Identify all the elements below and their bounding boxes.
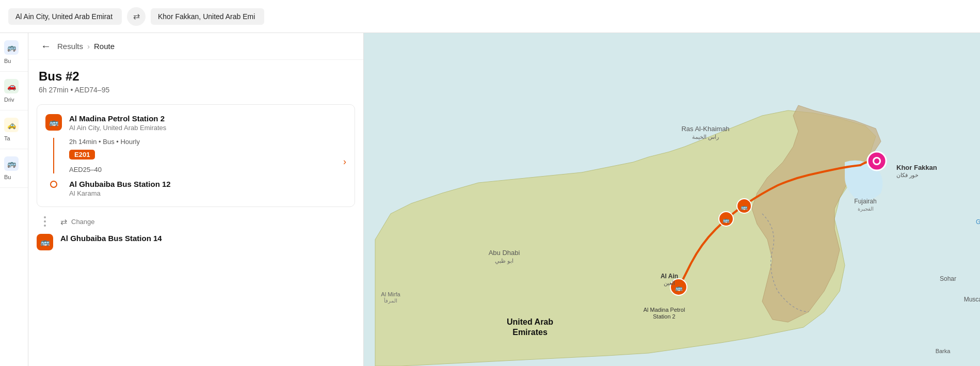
svg-text:Khor Fakkan: Khor Fakkan [896, 164, 937, 171]
stop-info-1: Al Madina Petrol Station 2 Al Ain City, … [69, 114, 346, 132]
top-bar: Al Ain City, United Arab Emirat ⇄ Khor F… [0, 0, 980, 33]
origin-input[interactable]: Al Ain City, United Arab Emirat [8, 8, 122, 25]
stop-bus-icon-3: 🚌 [37, 234, 53, 250]
route-duration: 6h 27min [39, 86, 69, 94]
car-icon: 🚗 [4, 79, 19, 93]
svg-text:Gulf o: Gulf o [976, 218, 980, 226]
breadcrumb-current: Route [94, 42, 115, 51]
stop-dot-2 [50, 181, 57, 188]
svg-text:🚌: 🚌 [675, 284, 683, 292]
svg-text:Al Madina Petrol: Al Madina Petrol [644, 307, 685, 313]
stop-icon-col-1: 🚌 [45, 114, 62, 131]
bus-icon-2: 🚌 [4, 156, 19, 171]
back-button[interactable]: ← [39, 40, 53, 52]
chevron-right-icon[interactable]: › [343, 156, 346, 167]
sidebar-item-bus2[interactable]: 🚌 Bu [0, 149, 28, 188]
svg-point-13 [874, 158, 879, 164]
stop-icon-col-3: 🚌 [37, 234, 53, 250]
segment-badge-row: E201 AED25–40 › [69, 150, 346, 173]
svg-text:Al Ain: Al Ain [661, 273, 678, 280]
destination-input[interactable]: Khor Fakkan, United Arab Emi [151, 8, 264, 25]
bus-icon: 🚌 [4, 40, 19, 55]
route-meta: 6h 27min • AED74–95 [39, 86, 353, 94]
stop-row-2: Al Ghubaiba Bus Station 12 Al Karama [45, 180, 346, 197]
svg-text:Muscat: Muscat [964, 296, 980, 303]
transfer-dot-2 [44, 220, 46, 222]
route-header: Bus #2 6h 27min • AED74–95 [28, 60, 363, 99]
svg-text:راس الخيمة: راس الخيمة [692, 134, 719, 140]
stop-info-2: Al Ghubaiba Bus Station 12 Al Karama [69, 180, 346, 197]
stop-row-3: 🚌 Al Ghubaiba Bus Station 14 [28, 234, 363, 250]
sidebar-item-taxi[interactable]: 🚕 Ta [0, 110, 28, 149]
breadcrumb-separator: › [87, 42, 90, 51]
route-price: AED74–95 [75, 86, 110, 94]
transfer-dots-col [37, 216, 53, 227]
transfer-label: Change [71, 218, 95, 226]
stop-name-1: Al Madina Petrol Station 2 [69, 114, 346, 123]
transfer-row: ⇄ Change [37, 212, 355, 231]
svg-text:المرفأ: المرفأ [384, 297, 397, 304]
route-badge: E201 [69, 150, 95, 160]
svg-text:خور فكان: خور فكان [896, 172, 919, 179]
segment-info: 2h 14min • Bus • Hourly E201 AED25–40 › [69, 138, 346, 173]
segment-price: AED25–40 [69, 166, 102, 173]
route-card: 🚌 Al Madina Petrol Station 2 Al Ain City… [37, 104, 355, 207]
stop-info-3: Al Ghubaiba Bus Station 14 [60, 234, 355, 244]
svg-text:Station 2: Station 2 [653, 313, 675, 320]
svg-text:Ras Al-Khaimah: Ras Al-Khaimah [681, 125, 729, 133]
segment-meta: 2h 14min • Bus • Hourly [69, 138, 346, 146]
svg-text:🚌: 🚌 [741, 203, 748, 211]
swap-button[interactable]: ⇄ [127, 7, 146, 26]
main-layout: 🚌 Bu 🚗 Driv 🚕 Ta 🚌 Bu ← Results › Route … [0, 33, 980, 366]
transfer-info: ⇄ Change [60, 217, 95, 227]
svg-text:العين: العين [664, 280, 675, 287]
svg-text:Abu Dhabi: Abu Dhabi [489, 249, 520, 257]
taxi-icon: 🚕 [4, 118, 19, 132]
stop-sub-2: Al Karama [69, 189, 346, 197]
stop-name-3: Al Ghubaiba Bus Station 14 [60, 234, 355, 243]
swap-icon: ⇄ [133, 11, 140, 21]
svg-text:🚌: 🚌 [722, 216, 730, 224]
transfer-dot-3 [44, 225, 46, 227]
stop-icon-col-2 [45, 180, 62, 188]
svg-text:ابو ظبي: ابو ظبي [495, 258, 513, 264]
left-sidebar: 🚌 Bu 🚗 Driv 🚕 Ta 🚌 Bu [0, 33, 28, 366]
sidebar-label-bus2: Bu [4, 174, 11, 180]
svg-text:Emirates: Emirates [512, 328, 548, 337]
stop-sub-1: Al Ain City, United Arab Emirates [69, 124, 346, 132]
route-title: Bus #2 [39, 69, 353, 84]
map-area: 🚌 🚌 🚌 Ras Al-Khaimah راس الخيمة Khor Fak… [364, 33, 980, 366]
sidebar-label-drive: Driv [4, 97, 14, 103]
stop-name-2: Al Ghubaiba Bus Station 12 [69, 180, 346, 188]
breadcrumb: ← Results › Route [28, 33, 363, 60]
segment-1: 2h 14min • Bus • Hourly E201 AED25–40 › [45, 138, 346, 173]
svg-text:United Arab: United Arab [507, 317, 553, 326]
svg-text:Fujairah: Fujairah [854, 198, 876, 205]
sidebar-label-bus1: Bu [4, 58, 11, 64]
segment-line-col [45, 138, 62, 173]
route-meta-sep: • [70, 86, 73, 94]
transfer-icon: ⇄ [60, 217, 67, 227]
route-panel: ← Results › Route Bus #2 6h 27min • AED7… [28, 33, 364, 366]
sidebar-item-drive[interactable]: 🚗 Driv [0, 72, 28, 110]
svg-text:Barka: Barka [936, 348, 951, 354]
stop-row-1: 🚌 Al Madina Petrol Station 2 Al Ain City… [45, 114, 346, 132]
transfer-dot-1 [44, 216, 46, 218]
sidebar-item-bus1[interactable]: 🚌 Bu [0, 33, 28, 72]
sidebar-label-taxi: Ta [4, 135, 10, 141]
svg-text:Al Mirfa: Al Mirfa [381, 291, 400, 297]
svg-text:الفجيرة: الفجيرة [858, 206, 874, 212]
segment-line [53, 138, 54, 173]
svg-text:Sohar: Sohar [940, 275, 956, 282]
stop-bus-icon-1: 🚌 [45, 114, 62, 131]
map-svg: 🚌 🚌 🚌 Ras Al-Khaimah راس الخيمة Khor Fak… [364, 33, 980, 366]
breadcrumb-results[interactable]: Results [57, 42, 83, 51]
